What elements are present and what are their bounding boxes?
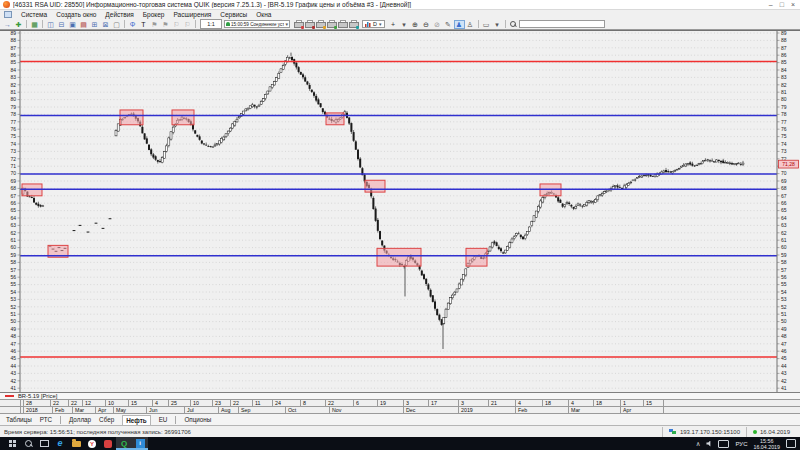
marked-zones[interactable] [22,110,561,266]
search-icon[interactable] [510,21,517,28]
minimize-button[interactable]: – [769,0,773,9]
flag-tool-icon[interactable]: ⚑ [149,20,160,29]
zoom-in-icon[interactable]: ⊕ [410,20,421,29]
notification-center-icon[interactable] [786,439,796,448]
chevron-down-icon: ▾ [285,21,288,27]
tile-horizontal-icon[interactable]: ⊟ [56,20,67,29]
svg-text:79: 79 [10,104,16,110]
menu-item-0[interactable]: Система [21,11,47,18]
menu-item-2[interactable]: Действия [105,11,133,18]
start-button[interactable] [4,437,20,450]
price-scale-left[interactable]: 4142434445464748495051525354555657585960… [10,30,20,391]
zoom-in-window-icon[interactable]: ⊞ [89,20,100,29]
svg-text:76: 76 [10,126,16,132]
restore-window-icon[interactable]: ▢ [111,20,122,29]
add-indicator-icon[interactable]: + [388,20,399,29]
chart-interval-select[interactable]: D ▾ [362,20,385,28]
svg-text:81: 81 [10,89,16,95]
level-lines[interactable] [20,61,777,357]
add-dropdown-icon[interactable]: ▾ [399,20,410,29]
print-icon-5[interactable] [349,20,358,28]
tab-сбер[interactable]: Сбер [99,416,114,423]
menu-item-1[interactable]: Создать окно [56,11,96,18]
toolbar: →✚▦◫⊟▣▤⊞⊠▢ΦT⚑⚑⚐⚐ 1:1 15:00:59 Соединение… [0,19,800,30]
flag-tool-2-icon[interactable]: ⚑ [160,20,171,29]
yandex-app-button[interactable]: Y [84,437,100,450]
axis-month-cell: Nov [329,407,403,413]
zoom-reset-icon[interactable]: ⊘ [432,20,443,29]
print-icon-2[interactable] [316,20,325,28]
hand-tool-icon[interactable]: ⚐ [171,20,182,29]
zoom-out-window-icon[interactable]: ⊠ [100,20,111,29]
price-chart[interactable]: 4142434445464748495051525354555657585960… [0,30,800,392]
svg-text:47: 47 [10,341,16,347]
svg-text:45: 45 [781,355,787,361]
scale-button[interactable]: 1:1 [200,19,222,29]
svg-text:68: 68 [10,185,16,191]
zone-rect [172,110,194,125]
svg-text:68: 68 [781,185,787,191]
close-windows-icon[interactable]: ▤ [78,20,89,29]
status-date-cell: 16.04.2019 [746,427,796,437]
red-app-button[interactable] [100,437,116,450]
region-dropdown-icon[interactable]: ▾ [492,20,503,29]
status-date: 16.04.2019 [760,429,790,435]
svg-text:80: 80 [781,96,787,102]
crosshair-tool-icon[interactable]: Φ [127,20,138,29]
hand-tool-2-icon[interactable]: ⚐ [182,20,193,29]
task-view-button[interactable] [36,437,52,450]
keyboard-icon[interactable] [718,440,729,448]
draw-tool-icon[interactable]: ✎ [443,20,454,29]
close-button[interactable]: × [791,0,795,9]
svg-text:54: 54 [781,289,787,295]
print-icon-4[interactable] [338,20,347,28]
tab-опционы[interactable]: Опционы [184,416,211,423]
print-icon-1[interactable] [305,20,314,28]
new-order-icon[interactable]: ✚ [13,20,24,29]
info-app-button[interactable]: i [132,437,148,450]
windows-taskbar: e Y Q i ∧ РУС 15:5616.04.2019 [0,437,800,450]
menu-item-6[interactable]: Окна [256,11,271,18]
tab-таблицы[interactable]: Таблицы [6,416,32,423]
svg-text:67: 67 [781,193,787,199]
x-axis-months[interactable]: 2018FebMarAprMayJunJulAugSepOctNovDec201… [0,406,800,414]
region-tool-icon[interactable]: ▭ [481,20,492,29]
speaker-icon[interactable] [706,441,712,447]
x-axis-days[interactable]: 2822221210154251023221124822619317321418… [0,399,800,406]
menu-item-5[interactable]: Сервисы [220,11,247,18]
print-icon-3[interactable] [327,20,336,28]
menu-item-3[interactable]: Брокер [143,11,165,18]
zoom-out-icon[interactable]: ⊖ [421,20,432,29]
tab-нефть[interactable]: Нефть [122,415,150,425]
tab-доллар[interactable]: Доллар [69,416,91,423]
pin-tool-icon[interactable]: ♟ [454,20,465,29]
svg-text:60: 60 [10,244,16,250]
svg-text:50: 50 [781,318,787,324]
svg-text:59: 59 [10,252,16,258]
toolbar-search-input[interactable] [519,20,605,28]
tray-expand-icon[interactable]: ∧ [696,440,701,448]
explorer-app-button[interactable] [68,437,84,450]
price-scale-right[interactable]: 4142434445464748495051525354555657585960… [777,30,787,391]
cascade-windows-icon[interactable]: ▣ [67,20,78,29]
print-icon-0[interactable] [294,20,303,28]
quik-app-button[interactable]: Q [116,437,132,450]
tab-eu[interactable]: EU [159,416,168,423]
edge-app-button[interactable]: e [52,437,68,450]
child-window-icon[interactable] [4,11,12,18]
language-indicator[interactable]: РУС [735,441,747,447]
clock[interactable]: 15:5616.04.2019 [753,438,780,450]
forward-arrow-icon[interactable]: → [2,20,13,29]
text-tool-icon[interactable]: T [138,20,149,29]
tab-ртс[interactable]: РТС [40,416,52,423]
axis-left-edge [20,407,23,413]
svg-text:73: 73 [10,148,16,154]
taskbar-search-button[interactable] [20,437,36,450]
pan-tool-icon[interactable]: ♙ [465,20,476,29]
menu-bar: СистемаСоздать окноДействияБрокерРасшире… [0,10,800,19]
connection-status-combo[interactable]: 15:00:59 Соединение установлено ▾ [224,20,290,28]
maximize-button[interactable]: □ [780,0,784,9]
tile-windows-icon[interactable]: ◫ [45,20,56,29]
menu-item-4[interactable]: Расширения [174,11,212,18]
save-desktop-icon[interactable]: ▦ [29,20,40,29]
